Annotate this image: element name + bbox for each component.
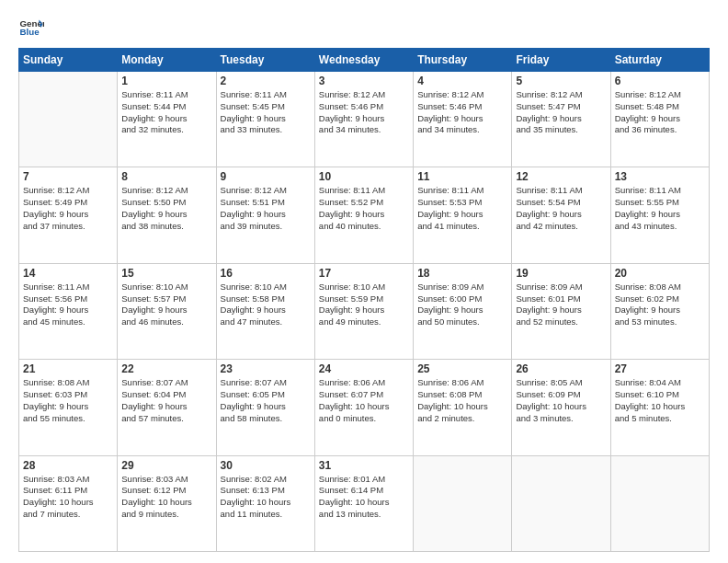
calendar-cell: 21Sunrise: 8:08 AM Sunset: 6:03 PM Dayli… — [19, 360, 118, 455]
day-number: 18 — [417, 267, 507, 280]
logo-icon: General Blue — [18, 15, 44, 40]
calendar-cell: 11Sunrise: 8:11 AM Sunset: 5:53 PM Dayli… — [414, 167, 512, 263]
calendar-cell: 4Sunrise: 8:12 AM Sunset: 5:46 PM Daylig… — [414, 72, 512, 167]
day-info: Sunrise: 8:11 AM Sunset: 5:45 PM Dayligh… — [221, 89, 311, 136]
svg-text:Blue: Blue — [19, 27, 40, 37]
day-number: 9 — [221, 170, 311, 183]
day-info: Sunrise: 8:11 AM Sunset: 5:56 PM Dayligh… — [23, 282, 113, 328]
day-number: 29 — [121, 459, 211, 472]
calendar-header-row: SundayMondayTuesdayWednesdayThursdayFrid… — [19, 49, 710, 72]
calendar-table: SundayMondayTuesdayWednesdayThursdayFrid… — [18, 48, 710, 552]
day-number: 30 — [221, 459, 311, 472]
day-info: Sunrise: 8:03 AM Sunset: 6:11 PM Dayligh… — [23, 474, 113, 521]
calendar-cell: 9Sunrise: 8:12 AM Sunset: 5:51 PM Daylig… — [216, 167, 314, 263]
calendar-week-row: 7Sunrise: 8:12 AM Sunset: 5:49 PM Daylig… — [19, 167, 710, 263]
calendar-header-saturday: Saturday — [610, 49, 709, 72]
calendar-cell: 17Sunrise: 8:10 AM Sunset: 5:59 PM Dayli… — [314, 263, 413, 359]
day-info: Sunrise: 8:11 AM Sunset: 5:44 PM Dayligh… — [121, 89, 211, 136]
day-number: 12 — [516, 170, 606, 183]
day-number: 19 — [516, 267, 606, 280]
day-number: 2 — [221, 75, 311, 87]
calendar-week-row: 28Sunrise: 8:03 AM Sunset: 6:11 PM Dayli… — [19, 455, 710, 551]
calendar-header-wednesday: Wednesday — [314, 49, 413, 72]
calendar-cell — [610, 455, 709, 551]
calendar-cell: 2Sunrise: 8:11 AM Sunset: 5:45 PM Daylig… — [216, 72, 314, 167]
day-number: 23 — [221, 362, 311, 375]
day-number: 17 — [319, 267, 409, 280]
day-info: Sunrise: 8:12 AM Sunset: 5:49 PM Dayligh… — [23, 185, 113, 232]
day-info: Sunrise: 8:08 AM Sunset: 6:02 PM Dayligh… — [615, 282, 705, 328]
calendar-cell: 1Sunrise: 8:11 AM Sunset: 5:44 PM Daylig… — [118, 72, 216, 167]
calendar-cell: 27Sunrise: 8:04 AM Sunset: 6:10 PM Dayli… — [610, 360, 709, 455]
calendar-cell — [19, 72, 118, 167]
day-number: 6 — [615, 75, 705, 87]
day-info: Sunrise: 8:09 AM Sunset: 6:01 PM Dayligh… — [516, 282, 606, 328]
day-number: 13 — [615, 170, 705, 183]
day-info: Sunrise: 8:06 AM Sunset: 6:07 PM Dayligh… — [319, 377, 409, 424]
calendar-header-tuesday: Tuesday — [216, 49, 314, 72]
calendar-header-monday: Monday — [118, 49, 216, 72]
calendar-cell — [414, 455, 512, 551]
calendar-cell: 13Sunrise: 8:11 AM Sunset: 5:55 PM Dayli… — [610, 167, 709, 263]
calendar-cell: 24Sunrise: 8:06 AM Sunset: 6:07 PM Dayli… — [314, 360, 413, 455]
calendar-header-sunday: Sunday — [19, 49, 118, 72]
day-number: 27 — [615, 362, 705, 375]
calendar-cell: 8Sunrise: 8:12 AM Sunset: 5:50 PM Daylig… — [118, 167, 216, 263]
calendar-cell: 7Sunrise: 8:12 AM Sunset: 5:49 PM Daylig… — [19, 167, 118, 263]
day-number: 11 — [417, 170, 507, 183]
day-info: Sunrise: 8:12 AM Sunset: 5:50 PM Dayligh… — [121, 185, 211, 232]
day-number: 22 — [121, 362, 211, 375]
day-info: Sunrise: 8:06 AM Sunset: 6:08 PM Dayligh… — [417, 377, 507, 424]
header: General Blue — [18, 15, 710, 40]
day-info: Sunrise: 8:12 AM Sunset: 5:46 PM Dayligh… — [319, 89, 409, 136]
calendar-cell: 19Sunrise: 8:09 AM Sunset: 6:01 PM Dayli… — [512, 263, 610, 359]
calendar-cell: 23Sunrise: 8:07 AM Sunset: 6:05 PM Dayli… — [216, 360, 314, 455]
day-info: Sunrise: 8:03 AM Sunset: 6:12 PM Dayligh… — [121, 474, 211, 521]
day-number: 25 — [417, 362, 507, 375]
day-number: 14 — [23, 267, 113, 280]
day-info: Sunrise: 8:10 AM Sunset: 5:57 PM Dayligh… — [121, 282, 211, 328]
calendar-cell: 6Sunrise: 8:12 AM Sunset: 5:48 PM Daylig… — [610, 72, 709, 167]
day-info: Sunrise: 8:12 AM Sunset: 5:47 PM Dayligh… — [516, 89, 606, 136]
day-info: Sunrise: 8:12 AM Sunset: 5:51 PM Dayligh… — [221, 185, 311, 232]
day-info: Sunrise: 8:09 AM Sunset: 6:00 PM Dayligh… — [417, 282, 507, 328]
day-info: Sunrise: 8:05 AM Sunset: 6:09 PM Dayligh… — [516, 377, 606, 424]
calendar-header-friday: Friday — [512, 49, 610, 72]
day-number: 26 — [516, 362, 606, 375]
calendar-cell: 20Sunrise: 8:08 AM Sunset: 6:02 PM Dayli… — [610, 263, 709, 359]
day-number: 3 — [319, 75, 409, 87]
calendar-cell: 25Sunrise: 8:06 AM Sunset: 6:08 PM Dayli… — [414, 360, 512, 455]
calendar-cell: 10Sunrise: 8:11 AM Sunset: 5:52 PM Dayli… — [314, 167, 413, 263]
calendar-header-thursday: Thursday — [414, 49, 512, 72]
day-number: 8 — [121, 170, 211, 183]
day-info: Sunrise: 8:04 AM Sunset: 6:10 PM Dayligh… — [615, 377, 705, 424]
day-info: Sunrise: 8:02 AM Sunset: 6:13 PM Dayligh… — [221, 474, 311, 521]
calendar-cell: 26Sunrise: 8:05 AM Sunset: 6:09 PM Dayli… — [512, 360, 610, 455]
day-info: Sunrise: 8:11 AM Sunset: 5:52 PM Dayligh… — [319, 185, 409, 232]
calendar-cell — [512, 455, 610, 551]
day-info: Sunrise: 8:11 AM Sunset: 5:54 PM Dayligh… — [516, 185, 606, 232]
day-info: Sunrise: 8:07 AM Sunset: 6:04 PM Dayligh… — [121, 377, 211, 424]
day-info: Sunrise: 8:12 AM Sunset: 5:46 PM Dayligh… — [417, 89, 507, 136]
day-info: Sunrise: 8:12 AM Sunset: 5:48 PM Dayligh… — [615, 89, 705, 136]
calendar-week-row: 1Sunrise: 8:11 AM Sunset: 5:44 PM Daylig… — [19, 72, 710, 167]
calendar-cell: 18Sunrise: 8:09 AM Sunset: 6:00 PM Dayli… — [414, 263, 512, 359]
day-number: 28 — [23, 459, 113, 472]
calendar-cell: 5Sunrise: 8:12 AM Sunset: 5:47 PM Daylig… — [512, 72, 610, 167]
day-number: 16 — [221, 267, 311, 280]
calendar-cell: 16Sunrise: 8:10 AM Sunset: 5:58 PM Dayli… — [216, 263, 314, 359]
day-number: 15 — [121, 267, 211, 280]
calendar-cell: 12Sunrise: 8:11 AM Sunset: 5:54 PM Dayli… — [512, 167, 610, 263]
day-info: Sunrise: 8:10 AM Sunset: 5:59 PM Dayligh… — [319, 282, 409, 328]
day-info: Sunrise: 8:08 AM Sunset: 6:03 PM Dayligh… — [23, 377, 113, 424]
calendar-cell: 15Sunrise: 8:10 AM Sunset: 5:57 PM Dayli… — [118, 263, 216, 359]
calendar-cell: 29Sunrise: 8:03 AM Sunset: 6:12 PM Dayli… — [118, 455, 216, 551]
day-number: 21 — [23, 362, 113, 375]
day-info: Sunrise: 8:07 AM Sunset: 6:05 PM Dayligh… — [221, 377, 311, 424]
day-info: Sunrise: 8:01 AM Sunset: 6:14 PM Dayligh… — [319, 474, 409, 521]
day-number: 7 — [23, 170, 113, 183]
calendar-week-row: 14Sunrise: 8:11 AM Sunset: 5:56 PM Dayli… — [19, 263, 710, 359]
calendar-cell: 28Sunrise: 8:03 AM Sunset: 6:11 PM Dayli… — [19, 455, 118, 551]
day-number: 1 — [121, 75, 211, 87]
page: General Blue SundayMondayTuesdayWednesda… — [0, 0, 728, 563]
